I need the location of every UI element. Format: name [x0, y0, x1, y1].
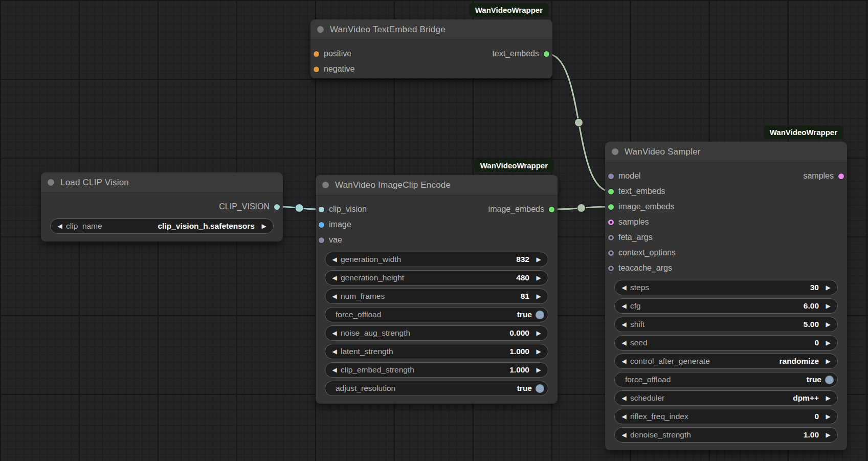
collapse-dot-icon[interactable]: [322, 182, 329, 188]
input-port-image-icon[interactable]: [319, 222, 324, 228]
input-slot-feta_args[interactable]: feta_args: [608, 233, 653, 242]
widget-value[interactable]: 1.00: [804, 430, 819, 440]
decrement-arrow-icon[interactable]: ◀: [330, 293, 339, 299]
increment-arrow-icon[interactable]: ▶: [824, 340, 833, 346]
input-port-model-icon[interactable]: [608, 173, 614, 179]
node-titlebar[interactable]: WanVideo ImageClip Encode: [316, 175, 558, 195]
input-port-text_embeds-icon[interactable]: [608, 189, 614, 194]
input-slot-vae[interactable]: vae: [319, 235, 342, 245]
widget-seed[interactable]: ◀seed0▶: [614, 335, 838, 350]
widget-latent_strength[interactable]: ◀latent_strength1.000▶: [325, 344, 548, 359]
widget-value[interactable]: 1.000: [509, 365, 529, 375]
widget-value[interactable]: true: [517, 384, 532, 393]
decrement-arrow-icon[interactable]: ◀: [619, 284, 629, 291]
widget-value[interactable]: 0: [814, 412, 819, 421]
collapse-dot-icon[interactable]: [317, 26, 324, 33]
widget-value[interactable]: 0: [814, 338, 819, 347]
widget-noise_aug_strength[interactable]: ◀noise_aug_strength0.000▶: [325, 325, 548, 341]
widget-value[interactable]: 81: [521, 292, 529, 301]
widget-adjust_resolution[interactable]: adjust_resolutiontrue: [325, 381, 548, 396]
increment-arrow-icon[interactable]: ▶: [824, 413, 833, 420]
widget-generation_width[interactable]: ◀generation_width832▶: [325, 252, 548, 267]
widget-force_offload[interactable]: force_offloadtrue: [614, 372, 838, 387]
collapse-dot-icon[interactable]: [612, 148, 618, 155]
widget-value[interactable]: dpm++: [793, 393, 819, 403]
node-graph-canvas[interactable]: WanVideoWrapperWanVideo TextEmbed Bridge…: [0, 0, 868, 461]
increment-arrow-icon[interactable]: ▶: [824, 358, 833, 364]
widget-steps[interactable]: ◀steps30▶: [614, 280, 838, 295]
node-load-clip-vision[interactable]: Load CLIP VisionCLIP_VISION◀clip_namecli…: [41, 172, 283, 242]
widget-riflex_freq_index[interactable]: ◀riflex_freq_index0▶: [614, 409, 838, 424]
input-port-teacache_args-icon[interactable]: [608, 266, 614, 271]
decrement-arrow-icon[interactable]: ◀: [330, 330, 339, 336]
widget-value[interactable]: true: [517, 310, 532, 319]
widget-value[interactable]: true: [807, 375, 821, 384]
widget-scheduler[interactable]: ◀schedulerdpm++▶: [614, 390, 838, 406]
node-wanvideo-textembed-bridge[interactable]: WanVideoWrapperWanVideo TextEmbed Bridge…: [310, 19, 552, 78]
input-port-clip_vision-icon[interactable]: [319, 207, 324, 212]
decrement-arrow-icon[interactable]: ◀: [619, 340, 629, 346]
link-midpoint-dot[interactable]: [575, 119, 583, 127]
input-slot-text_embeds[interactable]: text_embeds: [608, 187, 665, 196]
decrement-arrow-icon[interactable]: ◀: [619, 321, 629, 327]
increment-arrow-icon[interactable]: ▶: [534, 293, 543, 299]
toggle-knob-icon[interactable]: [536, 311, 544, 319]
output-port-text_embeds-icon[interactable]: [544, 51, 549, 57]
input-slot-samples[interactable]: samples: [608, 217, 649, 227]
increment-arrow-icon[interactable]: ▶: [824, 303, 833, 309]
widget-value[interactable]: 832: [516, 255, 529, 264]
increment-arrow-icon[interactable]: ▶: [534, 348, 543, 355]
node-wanvideo-sampler[interactable]: WanVideoWrapperWanVideo Samplermodelsamp…: [605, 142, 847, 450]
widget-value[interactable]: 5.00: [804, 320, 819, 329]
widget-clip_name[interactable]: ◀clip_nameclip_vision_h.safetensors▶: [50, 218, 274, 234]
input-port-positive-icon[interactable]: [314, 51, 319, 57]
widget-cfg[interactable]: ◀cfg6.00▶: [614, 298, 838, 314]
node-wanvideo-imageclip-encode[interactable]: WanVideoWrapperWanVideo ImageClip Encode…: [316, 175, 558, 404]
decrement-arrow-icon[interactable]: ◀: [619, 395, 629, 401]
toggle-knob-icon[interactable]: [825, 376, 834, 384]
input-port-feta_args-icon[interactable]: [608, 235, 614, 240]
input-slot-context_options[interactable]: context_options: [608, 248, 676, 257]
input-slot-positive[interactable]: positive: [314, 49, 351, 58]
decrement-arrow-icon[interactable]: ◀: [330, 275, 339, 281]
link-midpoint-dot[interactable]: [577, 204, 586, 212]
widget-value[interactable]: 0.000: [509, 328, 529, 338]
decrement-arrow-icon[interactable]: ◀: [330, 367, 339, 373]
decrement-arrow-icon[interactable]: ◀: [619, 303, 629, 309]
widget-value[interactable]: 1.000: [509, 347, 529, 356]
widget-value[interactable]: randomize: [779, 357, 819, 366]
output-slot-CLIP_VISION[interactable]: CLIP_VISION: [219, 202, 280, 211]
widget-denoise_strength[interactable]: ◀denoise_strength1.00▶: [614, 427, 838, 443]
collapse-dot-icon[interactable]: [48, 179, 54, 186]
increment-arrow-icon[interactable]: ▶: [534, 330, 543, 336]
increment-arrow-icon[interactable]: ▶: [824, 284, 833, 291]
output-port-image_embeds-icon[interactable]: [549, 207, 554, 212]
toggle-knob-icon[interactable]: [536, 384, 544, 393]
widget-control_after_generate[interactable]: ◀control_after_generaterandomize▶: [614, 354, 838, 369]
input-slot-teacache_args[interactable]: teacache_args: [608, 264, 672, 273]
increment-arrow-icon[interactable]: ▶: [534, 256, 543, 262]
widget-generation_height[interactable]: ◀generation_height480▶: [325, 270, 548, 286]
increment-arrow-icon[interactable]: ▶: [259, 223, 269, 229]
widget-value[interactable]: 30: [810, 283, 819, 292]
output-port-CLIP_VISION-icon[interactable]: [274, 204, 280, 210]
output-slot-samples[interactable]: samples: [803, 171, 844, 181]
input-port-context_options-icon[interactable]: [608, 250, 614, 256]
node-titlebar[interactable]: WanVideo Sampler: [605, 142, 847, 162]
increment-arrow-icon[interactable]: ▶: [534, 275, 543, 281]
widget-value[interactable]: clip_vision_h.safetensors: [158, 222, 255, 231]
increment-arrow-icon[interactable]: ▶: [534, 367, 543, 373]
output-slot-image_embeds[interactable]: image_embeds: [488, 205, 554, 214]
node-titlebar[interactable]: WanVideo TextEmbed Bridge: [310, 19, 552, 40]
link-midpoint-dot[interactable]: [295, 204, 303, 212]
widget-clip_embed_strength[interactable]: ◀clip_embed_strength1.000▶: [325, 362, 548, 378]
decrement-arrow-icon[interactable]: ◀: [619, 358, 629, 364]
increment-arrow-icon[interactable]: ▶: [824, 432, 833, 438]
input-port-samples-icon[interactable]: [608, 219, 614, 225]
input-slot-image_embeds[interactable]: image_embeds: [608, 202, 674, 211]
input-slot-clip_vision[interactable]: clip_vision: [319, 205, 367, 214]
widget-value[interactable]: 480: [516, 273, 529, 282]
widget-num_frames[interactable]: ◀num_frames81▶: [325, 289, 548, 304]
decrement-arrow-icon[interactable]: ◀: [55, 223, 64, 229]
output-port-samples-icon[interactable]: [838, 173, 844, 179]
